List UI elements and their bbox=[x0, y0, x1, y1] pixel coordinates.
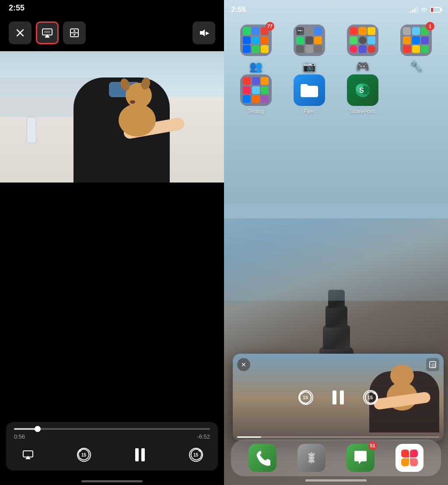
social-badge: 77 bbox=[266, 22, 274, 31]
files-folder-svg bbox=[300, 82, 319, 98]
svg-marker-8 bbox=[73, 34, 76, 36]
battery-icon bbox=[430, 7, 441, 13]
home-indicator-right bbox=[305, 479, 367, 481]
svg-rect-23 bbox=[414, 8, 416, 13]
ios-home-screen: 2:55 bbox=[224, 0, 448, 485]
signal-icon bbox=[410, 7, 418, 13]
pip-progress-bar[interactable] bbox=[237, 436, 439, 438]
video-black-area bbox=[0, 183, 224, 422]
svg-marker-7 bbox=[73, 30, 76, 32]
svg-rect-22 bbox=[412, 10, 413, 13]
time-display: 0:56 -6:52 bbox=[14, 433, 210, 440]
dock-health[interactable] bbox=[396, 444, 424, 472]
close-button[interactable] bbox=[9, 21, 32, 44]
sharepoint-label: SharePoint bbox=[350, 109, 375, 115]
gamepad-icon: 🎮 bbox=[356, 60, 369, 73]
social-folder-item[interactable]: 77 bbox=[231, 25, 281, 56]
pip-close-button[interactable]: ✕ bbox=[237, 358, 250, 371]
dock-settings[interactable] bbox=[298, 444, 326, 472]
messages-badge: 51 bbox=[368, 441, 377, 450]
app-row-2: Testing Files bbox=[231, 74, 441, 115]
empty-slot bbox=[391, 74, 441, 115]
messages-icon bbox=[353, 450, 368, 466]
svg-rect-4 bbox=[44, 31, 50, 33]
utilities-folder-item[interactable]: 1 bbox=[391, 25, 441, 56]
home-indicator-left bbox=[81, 480, 143, 482]
svg-rect-17 bbox=[141, 448, 145, 461]
progress-bar[interactable] bbox=[14, 428, 210, 430]
pip-forward-button[interactable]: 15 bbox=[361, 388, 380, 407]
files-app-item[interactable]: Files bbox=[284, 74, 334, 115]
dock-phone[interactable] bbox=[248, 444, 276, 472]
airplay-button[interactable] bbox=[36, 21, 59, 44]
utilities-folder-icon: 1 bbox=[400, 25, 432, 56]
files-icon bbox=[294, 74, 325, 106]
current-time: 0:56 bbox=[14, 433, 25, 440]
row-icons-1: 👥 📷 🎮 🔧 bbox=[231, 60, 441, 73]
social-folder-icon: 77 bbox=[240, 25, 272, 56]
status-icons bbox=[410, 7, 441, 13]
dock-messages[interactable]: 51 bbox=[346, 444, 374, 472]
sharepoint-svg: S bbox=[353, 81, 372, 100]
svg-rect-24 bbox=[416, 7, 418, 13]
svg-text:15: 15 bbox=[368, 395, 373, 400]
pip-player[interactable]: 15 15 bbox=[233, 354, 444, 441]
volume-button[interactable]: ▶ bbox=[192, 21, 215, 44]
files-label: Files bbox=[304, 109, 315, 115]
sharepoint-icon: S bbox=[347, 74, 378, 106]
video-controls-bar: 0:56 -6:52 15 bbox=[6, 422, 218, 471]
airplay-ctrl-button[interactable] bbox=[18, 445, 38, 464]
svg-point-41 bbox=[310, 457, 313, 459]
testing-folder-icon bbox=[240, 74, 272, 106]
status-time-left: 2:55 bbox=[9, 4, 24, 13]
forward15-button[interactable]: 15 bbox=[186, 445, 206, 464]
pip-pause-button[interactable] bbox=[329, 388, 348, 407]
wifi-icon bbox=[420, 7, 427, 13]
testing-folder-item[interactable]: Testing bbox=[231, 74, 281, 115]
sharepoint-app-item[interactable]: S SharePoint bbox=[338, 74, 388, 115]
svg-text:▶: ▶ bbox=[206, 30, 210, 35]
resize-button[interactable] bbox=[63, 21, 86, 44]
video-player-panel: 2:55 bbox=[0, 0, 224, 485]
phone-icon bbox=[255, 450, 270, 466]
remaining-time: -6:52 bbox=[197, 433, 210, 440]
settings-icon bbox=[304, 450, 319, 466]
people-icon: 👥 bbox=[249, 60, 262, 73]
pip-rewind-button[interactable]: 15 bbox=[296, 388, 315, 407]
app-row-1: 77 bbox=[231, 25, 441, 56]
svg-text:15: 15 bbox=[303, 395, 308, 400]
svg-rect-32 bbox=[332, 390, 336, 404]
video-frame bbox=[0, 51, 224, 183]
games-folder-item[interactable] bbox=[338, 25, 388, 56]
status-bar-left: 2:55 bbox=[0, 0, 224, 14]
dock: 51 bbox=[231, 439, 441, 476]
status-bar-right: 2:55 bbox=[224, 0, 448, 19]
playback-controls: 15 15 bbox=[14, 445, 210, 464]
svg-rect-16 bbox=[135, 448, 139, 461]
video-toolbar: ▶ bbox=[0, 14, 224, 51]
pause-button[interactable] bbox=[130, 445, 150, 464]
svg-text:15: 15 bbox=[193, 453, 199, 457]
games-folder-icon bbox=[347, 25, 378, 56]
photo-folder-item[interactable]: 📷 bbox=[284, 25, 334, 56]
pip-expand-button[interactable] bbox=[426, 358, 439, 371]
status-time-right: 2:55 bbox=[231, 5, 246, 14]
testing-label: Testing bbox=[248, 109, 264, 115]
photo-folder-icon: 📷 bbox=[294, 25, 325, 56]
svg-rect-33 bbox=[340, 390, 344, 404]
svg-rect-21 bbox=[410, 11, 411, 13]
svg-marker-9 bbox=[200, 29, 205, 36]
camera-icon: 📷 bbox=[303, 60, 316, 73]
apps-section: 77 bbox=[224, 21, 448, 124]
tools-icon: 🔧 bbox=[410, 61, 422, 72]
rewind15-button[interactable]: 15 bbox=[74, 445, 94, 464]
svg-rect-38 bbox=[431, 363, 436, 368]
pip-controls-overlay: 15 15 bbox=[233, 354, 444, 441]
pip-progress-fill bbox=[237, 436, 261, 438]
utilities-badge: 1 bbox=[426, 22, 434, 31]
svg-text:S: S bbox=[359, 87, 364, 94]
svg-text:15: 15 bbox=[81, 453, 87, 457]
